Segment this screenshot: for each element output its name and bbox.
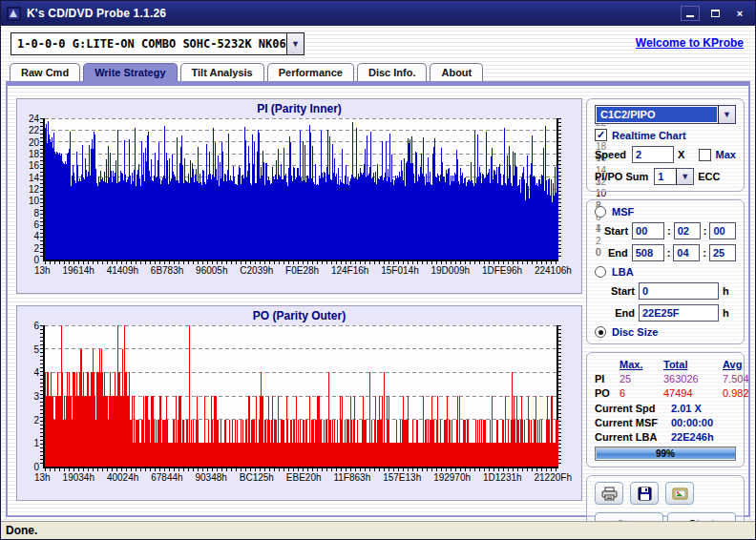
tab-write-strategy[interactable]: Write Strategy (83, 63, 177, 81)
main-panel: PI (Parity Inner)02468101214161820222402… (6, 81, 750, 517)
chart-title: PI (Parity Inner) (21, 102, 578, 118)
msf-end-min-input[interactable] (632, 244, 664, 261)
current-msf-label: Current MSF (595, 417, 671, 428)
x-tick-label: 13h (34, 472, 51, 483)
x-tick-label: 41409h (107, 265, 138, 276)
pi-row-label: PI (595, 373, 620, 384)
speed-input[interactable] (632, 146, 674, 163)
msf-start-min-input[interactable] (632, 222, 664, 239)
drive-selector-value: 1-0-0-0 G:LITE-ON COMBO SOHC-5232K NK06 (11, 33, 286, 54)
y-axis-ticks (558, 118, 561, 260)
hex-unit-label: h (723, 307, 729, 319)
x-tick-label: 157E13h (383, 472, 421, 483)
x-tick-label: 15F014h (381, 265, 418, 276)
current-spd-value: 2.01 X (671, 403, 702, 414)
lba-end-label: End (604, 307, 635, 319)
x-tick-label: 67844h (151, 472, 182, 483)
printer-icon (601, 487, 618, 501)
ecc-label: ECC (698, 171, 720, 182)
colon-separator: : (667, 225, 671, 237)
tab-bar: Raw CmdWrite StrategyTilt AnalysisPerfor… (10, 61, 486, 81)
charts-column: PI (Parity Inner)02468101214161820222402… (16, 98, 582, 512)
stats-header-max: Max. (620, 359, 663, 370)
x-tick-label: 90348h (196, 472, 227, 483)
tab-about[interactable]: About (430, 63, 483, 81)
x-tick-label: C2039h (240, 265, 273, 276)
po-chart: PO (Parity Outer)0123456012345613h19034h… (16, 305, 582, 501)
window-title: K's CD/DVD Probe 1.1.26 (27, 7, 681, 20)
msf-start-frame-input[interactable] (709, 222, 736, 239)
pipo-sum-label: PI/PO Sum (595, 171, 648, 182)
x-tick-label: 19D009h (431, 265, 471, 276)
lba-label: LBA (612, 266, 634, 278)
print-button[interactable] (595, 482, 623, 505)
lba-end-input[interactable] (639, 304, 719, 322)
lba-start-input[interactable] (639, 282, 719, 300)
mode-select[interactable]: C1C2/PIPO ▼ (595, 105, 736, 124)
pipo-sum-select[interactable]: 1 ▼ (654, 168, 694, 185)
chevron-down-icon[interactable]: ▼ (676, 169, 693, 184)
x-tick-label: F0E28h (285, 265, 319, 276)
pi-total-value: 363026 (663, 373, 723, 384)
chart-title: PO (Parity Outer) (21, 309, 578, 325)
tab-disc-info[interactable]: Disc Info. (357, 63, 428, 81)
current-msf-value: 00:00:00 (671, 417, 713, 428)
x-tick-label: 1DFE96h (482, 265, 522, 276)
minimize-button[interactable] (681, 6, 700, 21)
x-tick-label: 96005h (196, 265, 227, 276)
y-axis-labels-left: 024681012141618202224 (21, 118, 40, 261)
x-axis-ticks (45, 468, 560, 471)
y-axis-labels-left: 0123456 (21, 325, 40, 468)
chevron-down-icon[interactable]: ▼ (286, 33, 304, 54)
stats-groupbox: Max. Total Avg PI 25 363026 7.504 PO 6 4… (586, 352, 745, 467)
x-tick-label: 40024h (107, 472, 138, 483)
msf-end-frame-input[interactable] (709, 244, 736, 261)
progress-percent: 99% (596, 447, 735, 460)
realtime-chart-checkbox[interactable]: ✓ (595, 129, 607, 141)
speed-label: Speed (595, 149, 626, 160)
current-lba-label: Current LBA (595, 431, 671, 443)
close-button[interactable]: × (730, 6, 749, 21)
tab-raw-cmd[interactable]: Raw Cmd (10, 63, 80, 81)
x-tick-label: 19034h (63, 472, 94, 483)
current-spd-label: Current Spd (595, 403, 671, 414)
hex-unit-label: h (723, 285, 729, 297)
tab-tilt-analysis[interactable]: Tilt Analysis (180, 63, 264, 81)
po-row-label: PO (595, 387, 620, 399)
msf-start-label: Start (604, 225, 628, 237)
colon-separator: : (704, 225, 707, 237)
lba-radio[interactable] (595, 266, 606, 278)
title-bar: K's CD/DVD Probe 1.1.26 × (1, 1, 755, 26)
window-body: 1-0-0-0 G:LITE-ON COMBO SOHC-5232K NK06 … (1, 26, 755, 521)
realtime-chart-label: Realtime Chart (612, 130, 686, 141)
colon-separator: : (667, 247, 671, 259)
x-axis-labels: 13h19034h40024h67844h90348hBC125hEBE20h1… (34, 472, 572, 483)
mode-groupbox: C1C2/PIPO ▼ ✓ Realtime Chart Speed X (586, 98, 745, 192)
stats-header-avg: Avg (723, 359, 749, 370)
save-image-button[interactable] (665, 482, 694, 505)
chart-plot-area (43, 118, 558, 261)
status-text: Done. (6, 524, 37, 537)
max-speed-label: Max (716, 149, 736, 160)
msf-radio[interactable] (595, 206, 606, 218)
x-tick-label: 11F863h (333, 472, 370, 483)
x-tick-label: 192970h (433, 472, 471, 483)
pi-max-value: 25 (620, 373, 663, 384)
maximize-button[interactable] (705, 6, 724, 21)
disc-size-radio[interactable] (595, 326, 606, 338)
lba-start-label: Start (604, 285, 635, 297)
msf-start-sec-input[interactable] (674, 222, 701, 239)
save-button[interactable] (630, 482, 659, 505)
max-speed-checkbox[interactable] (699, 149, 711, 161)
drive-selector[interactable]: 1-0-0-0 G:LITE-ON COMBO SOHC-5232K NK06 … (10, 32, 304, 55)
x-tick-label: 224106h (535, 265, 572, 276)
chevron-down-icon[interactable]: ▼ (718, 106, 735, 123)
msf-end-sec-input[interactable] (673, 244, 700, 261)
x-tick-label: 21220Fh (535, 472, 572, 483)
welcome-link[interactable]: Welcome to KProbe (636, 36, 744, 50)
pi-avg-value: 7.504 (723, 373, 749, 384)
disc-size-label: Disc Size (612, 326, 658, 338)
app-window: K's CD/DVD Probe 1.1.26 × 1-0-0-0 G:LITE… (0, 0, 756, 540)
tab-performance[interactable]: Performance (267, 63, 354, 81)
x-tick-label: BC125h (240, 472, 274, 483)
